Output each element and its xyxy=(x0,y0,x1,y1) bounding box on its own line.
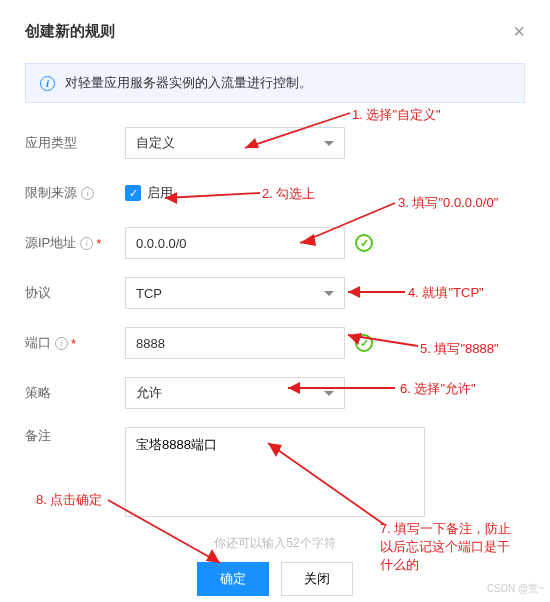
check-icon: ✓ xyxy=(129,187,138,200)
char-hint: 你还可以输入52个字符 xyxy=(25,535,525,552)
info-icon: i xyxy=(40,76,55,91)
input-port[interactable]: 8888 xyxy=(125,327,345,359)
valid-icon: ✓ xyxy=(355,234,373,252)
select-value: 自定义 xyxy=(136,134,175,152)
watermark: CSDN @荒~ xyxy=(487,582,544,596)
close-icon[interactable]: × xyxy=(513,20,525,43)
chevron-down-icon xyxy=(324,291,334,296)
row-protocol: 协议 TCP xyxy=(25,277,525,309)
chevron-down-icon xyxy=(324,141,334,146)
label-limit-source: 限制来源i xyxy=(25,184,125,202)
checkbox-enable[interactable]: ✓ xyxy=(125,185,141,201)
label-policy: 策略 xyxy=(25,384,125,402)
textarea-remark[interactable] xyxy=(125,427,425,517)
checkbox-label: 启用 xyxy=(147,184,173,202)
label-remark: 备注 xyxy=(25,427,125,445)
label-app-type: 应用类型 xyxy=(25,134,125,152)
dialog-title: 创建新的规则 xyxy=(25,22,115,41)
dialog-buttons: 确定 关闭 xyxy=(25,562,525,596)
select-value: 允许 xyxy=(136,384,162,402)
select-value: TCP xyxy=(136,286,162,301)
label-protocol: 协议 xyxy=(25,284,125,302)
valid-icon: ✓ xyxy=(355,334,373,352)
help-icon[interactable]: i xyxy=(55,337,68,350)
select-policy[interactable]: 允许 xyxy=(125,377,345,409)
ok-button[interactable]: 确定 xyxy=(197,562,269,596)
chevron-down-icon xyxy=(324,391,334,396)
close-button[interactable]: 关闭 xyxy=(281,562,353,596)
select-protocol[interactable]: TCP xyxy=(125,277,345,309)
row-app-type: 应用类型 自定义 xyxy=(25,127,525,159)
help-icon[interactable]: i xyxy=(81,187,94,200)
row-limit-source: 限制来源i ✓ 启用 xyxy=(25,177,525,209)
create-rule-dialog: 创建新的规则 × i 对轻量应用服务器实例的入流量进行控制。 应用类型 自定义 … xyxy=(0,0,550,596)
info-banner: i 对轻量应用服务器实例的入流量进行控制。 xyxy=(25,63,525,103)
label-port: 端口i* xyxy=(25,334,125,352)
dialog-header: 创建新的规则 × xyxy=(25,20,525,43)
label-source-ip: 源IP地址i* xyxy=(25,234,125,252)
info-text: 对轻量应用服务器实例的入流量进行控制。 xyxy=(65,74,312,92)
select-app-type[interactable]: 自定义 xyxy=(125,127,345,159)
help-icon[interactable]: i xyxy=(80,237,93,250)
row-remark: 备注 xyxy=(25,427,525,517)
row-source-ip: 源IP地址i* 0.0.0.0/0 ✓ xyxy=(25,227,525,259)
row-port: 端口i* 8888 ✓ xyxy=(25,327,525,359)
input-source-ip[interactable]: 0.0.0.0/0 xyxy=(125,227,345,259)
row-policy: 策略 允许 xyxy=(25,377,525,409)
